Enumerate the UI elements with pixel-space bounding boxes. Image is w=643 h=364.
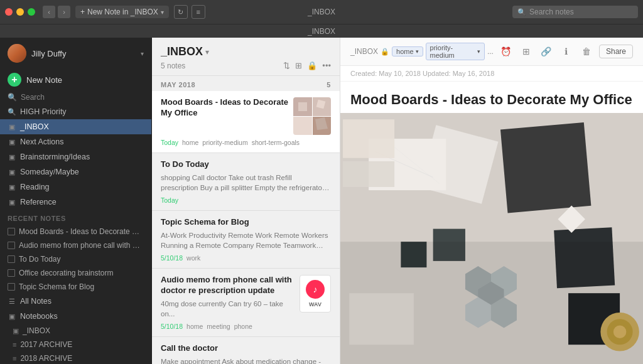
note-tag-goals[interactable]: short-term-goals (252, 139, 300, 146)
close-button[interactable] (5, 8, 13, 16)
center-title-text: _INBOX (308, 8, 335, 16)
info-button[interactable]: ℹ (559, 44, 574, 59)
note-card-topic-schema[interactable]: Topic Schema for Blog At-Work Productivi… (152, 211, 340, 269)
breadcrumb-notebook[interactable]: _INBOX (350, 47, 378, 56)
note-tag-home[interactable]: home (186, 323, 203, 330)
share-button[interactable]: Share (599, 45, 633, 58)
dropdown-icon[interactable]: ▾ (205, 48, 209, 56)
sync-button[interactable]: ↻ (174, 5, 188, 19)
notebook-2017-archive[interactable]: ≡ 2017 ARCHIVE (0, 338, 151, 351)
note-tag-date[interactable]: 5/10/18 (161, 254, 183, 262)
recent-note-5[interactable]: Topic Schema for Blog (0, 280, 151, 294)
maximize-button[interactable] (28, 8, 35, 16)
note-tag-work[interactable]: work (186, 254, 200, 262)
note-tag-meeting[interactable]: meeting (207, 323, 230, 330)
note-icon (8, 269, 15, 277)
new-note-tab[interactable]: + New Note in _INBOX ▾ (75, 6, 169, 18)
note-card-audio-memo[interactable]: Audio memo from phone call with doctor r… (152, 269, 340, 337)
sidebar-item-reference[interactable]: ▣ Reference (0, 195, 151, 210)
notebook-2018-archive[interactable]: ≡ 2018 ARCHIVE (0, 351, 151, 364)
search-icon: 🔍 (8, 107, 16, 116)
notebook-icon: ▣ (8, 153, 16, 161)
note-card-call-doctor[interactable]: Call the doctor Make appointment Ask abo… (152, 337, 340, 364)
search-bar[interactable]: 🔍 (512, 6, 638, 18)
sidebar-item-label: Reading (20, 183, 50, 191)
sidebar-item-inbox[interactable]: ▣ _INBOX (0, 119, 151, 134)
more-button[interactable]: ••• (322, 61, 331, 70)
notebook-icon: ▣ (8, 122, 16, 131)
editor-toolbar: _INBOX 🔒 home ▾ priority-medium ▾ ... ⏰ … (340, 38, 643, 66)
tab-dropdown-icon[interactable]: ▾ (161, 9, 164, 16)
editor-title[interactable]: Mood Boards - Ideas to Decorate My Offic… (340, 82, 643, 113)
note-tag-home[interactable]: home (182, 139, 198, 146)
editor-body (340, 113, 643, 364)
sidebar-item-next-actions[interactable]: ▣ Next Actions (0, 134, 151, 149)
notebook-icon: ▣ (13, 327, 19, 335)
share-link-button[interactable]: 🔗 (539, 44, 554, 59)
note-icon (8, 228, 15, 235)
sidebar-search[interactable]: 🔍 Search (0, 90, 151, 104)
note-card-text: Mood Boards - Ideas to Decorate My Offic… (161, 97, 288, 121)
forward-button[interactable]: › (58, 6, 70, 18)
recent-note-2[interactable]: Audio memo from phone call with do... (0, 238, 151, 252)
svg-rect-28 (343, 119, 394, 158)
user-section[interactable]: Jilly Duffy ▾ (0, 38, 151, 69)
sidebar-item-reading[interactable]: ▣ Reading (0, 179, 151, 195)
new-note-button[interactable]: + New Note (0, 69, 151, 90)
back-button[interactable]: ‹ (43, 6, 55, 18)
note-card-todo[interactable]: To Do Today shopping Call doctor Take ou… (152, 153, 340, 211)
new-note-tab-label: New Note in _INBOX (87, 8, 158, 16)
breadcrumb-tag-priority[interactable]: priority-medium ▾ (426, 43, 485, 60)
recent-note-text: Topic Schema for Blog (19, 282, 94, 291)
recent-note-1[interactable]: Mood Boards - Ideas to Decorate My... (0, 225, 151, 238)
minimize-button[interactable] (16, 8, 24, 16)
sidebar-item-label: HIGH Priority (20, 107, 67, 116)
note-tag-priority[interactable]: priority-medium (202, 139, 247, 146)
notebook-icon: ▣ (8, 137, 16, 146)
note-preview: 40mg dose currently Can try 60 – take on… (161, 299, 294, 319)
note-card-mood-boards[interactable]: Mood Boards - Ideas to Decorate My Offic… (152, 91, 340, 153)
note-tag-date[interactable]: 5/10/18 (161, 323, 183, 330)
activity-button[interactable]: ≡ (192, 5, 205, 19)
view-toggle-button[interactable]: ⊞ (295, 61, 302, 70)
new-note-plus-icon: + (8, 73, 21, 87)
titlebar-center-title: _INBOX (308, 8, 335, 16)
notes-scroll-area: MAY 2018 5 Mood Boards - Ideas to Decora… (152, 76, 340, 364)
note-card-header: Topic Schema for Blog At-Work Productivi… (161, 217, 331, 250)
svg-rect-29 (343, 161, 394, 187)
notebooks-header[interactable]: ▣ Notebooks (0, 309, 151, 324)
sort-button[interactable]: ⇅ (283, 61, 290, 70)
notebooks-label: Notebooks (20, 312, 58, 321)
svg-rect-30 (340, 242, 643, 364)
note-icon (8, 242, 15, 249)
sidebar-item-high-priority[interactable]: 🔍 HIGH Priority (0, 104, 151, 119)
note-tag-today[interactable]: Today (161, 196, 178, 204)
reminder-button[interactable]: ⏰ (499, 44, 514, 59)
notebooks-icon: ▣ (8, 312, 16, 321)
recent-note-text: To Do Today (19, 255, 61, 264)
svg-rect-9 (500, 122, 591, 213)
present-button[interactable]: ⊞ (519, 44, 534, 59)
all-notes-icon: ☰ (8, 297, 16, 306)
breadcrumb-tag-home[interactable]: home ▾ (392, 46, 423, 56)
wav-file-icon: ♪ WAV (300, 275, 331, 313)
recent-note-3[interactable]: To Do Today (0, 252, 151, 266)
trash-button[interactable]: 🗑 (579, 44, 594, 59)
notebook-inbox[interactable]: ▣ _INBOX (0, 324, 151, 338)
sidebar-item-brainstorming[interactable]: ▣ Brainstorming/Ideas (0, 149, 151, 164)
avatar-image (8, 44, 26, 63)
svg-rect-4 (298, 102, 307, 111)
search-input[interactable] (529, 8, 633, 16)
note-card-text: To Do Today shopping Call doctor Take ou… (161, 159, 331, 193)
lock-button[interactable]: 🔒 (307, 61, 317, 70)
note-preview: shopping Call doctor Take out trash Refi… (161, 173, 331, 193)
note-tag-today[interactable]: Today (161, 139, 178, 146)
search-icon: 🔍 (8, 93, 17, 102)
sidebar-item-someday-maybe[interactable]: ▣ Someday/Maybe (0, 164, 151, 179)
all-notes-item[interactable]: ☰ All Notes (0, 294, 151, 309)
breadcrumb-more[interactable]: ... (487, 47, 494, 56)
recent-note-4[interactable]: Office decorating brainstorm (0, 266, 151, 280)
note-tag-phone[interactable]: phone (234, 323, 252, 330)
nav-buttons: ‹ › (43, 6, 70, 18)
note-thumbnail (293, 97, 331, 135)
